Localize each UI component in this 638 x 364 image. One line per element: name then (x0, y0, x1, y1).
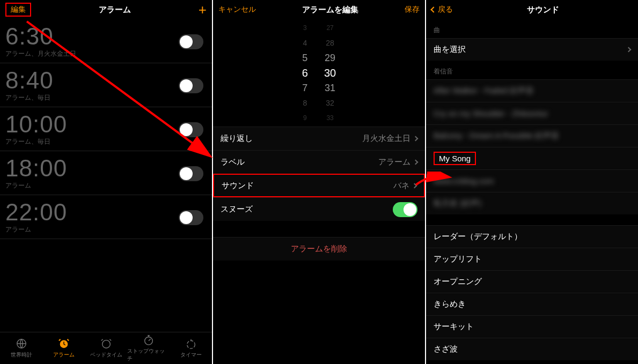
row-label: サウンド (222, 181, 254, 191)
page-title: アラームを編集 (302, 5, 358, 15)
chevron-right-icon (413, 136, 419, 142)
alarm-time: 18:00 (5, 157, 67, 180)
alarm-row[interactable]: 22:00アラーム (0, 195, 212, 239)
alarm-list: 6:30アラーム、月火水金土日 8:40アラーム、毎日 10:00アラーム、毎日… (0, 19, 212, 332)
ringtone-row[interactable]: サーキット (426, 315, 638, 338)
label-row[interactable]: ラベル アラーム (213, 150, 425, 174)
chevron-right-icon (412, 183, 417, 188)
page-title: サウンド (527, 5, 559, 15)
svg-point-2 (102, 340, 110, 348)
timer-icon (185, 338, 197, 350)
tab-label: 世界時計 (11, 351, 32, 359)
navbar: キャンセル アラームを編集 保存 (213, 0, 425, 19)
alarm-time: 6:30 (5, 25, 76, 48)
ringtone-row-mysong[interactable]: My Song (426, 147, 638, 169)
ringtone-row[interactable]: きらめき (426, 293, 638, 315)
ringtone-row[interactable]: さざ波 (426, 338, 638, 360)
alarm-switch[interactable] (179, 78, 203, 93)
ringtone-row[interactable]: アップリフト (426, 248, 638, 270)
ringtone-row[interactable]: 私方友 (好声) (426, 192, 638, 214)
row-label: ラベル (221, 157, 245, 167)
alarm-icon (58, 338, 70, 350)
back-button[interactable]: 戻る (431, 5, 453, 14)
tab-label: ベッドタイム (90, 351, 122, 359)
ringtone-row[interactable]: レーダー（デフォルト） (426, 225, 638, 248)
navbar: 編集 アラーム + (0, 0, 212, 19)
alarm-sub: アラーム (5, 181, 67, 190)
chevron-right-icon (626, 47, 632, 53)
chevron-right-icon (413, 160, 419, 165)
stopwatch-icon (143, 334, 155, 346)
sound-pane: 戻る サウンド 曲 曲を選択 着信音 After Walker - Faded … (426, 0, 638, 364)
tab-alarm[interactable]: アラーム (42, 332, 85, 364)
settings-list: 繰り返し 月火水金土日 ラベル アラーム サウンド バネ スヌーズ (213, 127, 425, 221)
alarm-switch[interactable] (179, 34, 203, 49)
alarm-time: 10:00 (5, 113, 67, 136)
alarm-sub: アラーム、月火水金土日 (5, 49, 76, 58)
alarm-switch[interactable] (179, 166, 203, 181)
alarm-sub: アラーム、毎日 (5, 93, 54, 102)
section-header-songs: 曲 (426, 19, 638, 38)
ringtone-row[interactable]: オープニング (426, 270, 638, 293)
tab-bar: 世界時計 アラーム ベッドタイム ストップウォッチ タイマー (0, 332, 212, 364)
sound-row[interactable]: サウンド バネ (213, 174, 425, 197)
time-picker[interactable]: 3 4 5 6 7 8 9 27 28 29 30 31 32 33 (213, 19, 425, 127)
alarm-row[interactable]: 6:30アラーム、月火水金土日 (0, 19, 212, 63)
row-label: 繰り返し (221, 133, 253, 144)
chevron-left-icon (430, 6, 436, 12)
section-header-ringtones: 着信音 (426, 61, 638, 79)
alarm-row[interactable]: 8:40アラーム、毎日 (0, 63, 212, 107)
ringtone-row[interactable]: Cry on my Shoulder - Zhitoontur (426, 102, 638, 124)
add-alarm-button[interactable]: + (199, 3, 207, 17)
tab-world-clock[interactable]: 世界時計 (0, 332, 42, 364)
alarm-switch[interactable] (179, 122, 203, 137)
edit-button[interactable]: 編集 (5, 3, 31, 17)
tab-label: ストップウォッチ (127, 347, 170, 362)
tab-bedtime[interactable]: ベッドタイム (85, 332, 127, 364)
tab-label: タイマー (180, 351, 202, 359)
row-label: スヌーズ (221, 204, 253, 214)
save-button[interactable]: 保存 (405, 5, 420, 14)
alarm-sub: アラーム、毎日 (5, 137, 67, 146)
navbar: 戻る サウンド (426, 0, 638, 19)
alarm-time: 8:40 (5, 69, 54, 92)
globe-icon (16, 338, 27, 350)
delete-alarm-button[interactable]: アラームを削除 (213, 237, 425, 261)
hour-column[interactable]: 3 4 5 6 7 8 9 (302, 20, 308, 125)
alarm-list-pane: 編集 アラーム + 6:30アラーム、月火水金土日 8:40アラーム、毎日 10… (0, 0, 212, 364)
page-title: アラーム (99, 5, 131, 15)
repeat-row[interactable]: 繰り返し 月火水金土日 (213, 127, 425, 150)
alarm-time: 22:00 (5, 200, 67, 224)
svg-point-4 (187, 341, 195, 349)
tab-label: アラーム (53, 351, 75, 359)
edit-alarm-pane: キャンセル アラームを編集 保存 3 4 5 6 7 8 9 27 28 29 … (213, 0, 425, 364)
bedtime-icon (100, 338, 112, 350)
minute-column[interactable]: 27 28 29 30 31 32 33 (324, 20, 336, 125)
alarm-row[interactable]: 18:00アラーム (0, 151, 212, 195)
tab-stopwatch[interactable]: ストップウォッチ (127, 332, 170, 364)
ringtone-row[interactable]: Balcony - Dream A Possible 好声音 (426, 124, 638, 147)
choose-song-row[interactable]: 曲を選択 (426, 38, 638, 61)
ringtone-row[interactable]: www.cnblog.com (426, 169, 638, 192)
alarm-row[interactable]: 10:00アラーム、毎日 (0, 107, 212, 151)
ringtone-row[interactable]: After Walker - Faded 好声音 (426, 79, 638, 102)
snooze-row: スヌーズ (213, 197, 425, 221)
svg-point-3 (144, 337, 152, 345)
alarm-sub: アラーム (5, 225, 67, 234)
snooze-switch[interactable] (393, 202, 417, 217)
tab-timer[interactable]: タイマー (170, 332, 212, 364)
alarm-switch[interactable] (179, 210, 203, 225)
cancel-button[interactable]: キャンセル (218, 5, 256, 14)
